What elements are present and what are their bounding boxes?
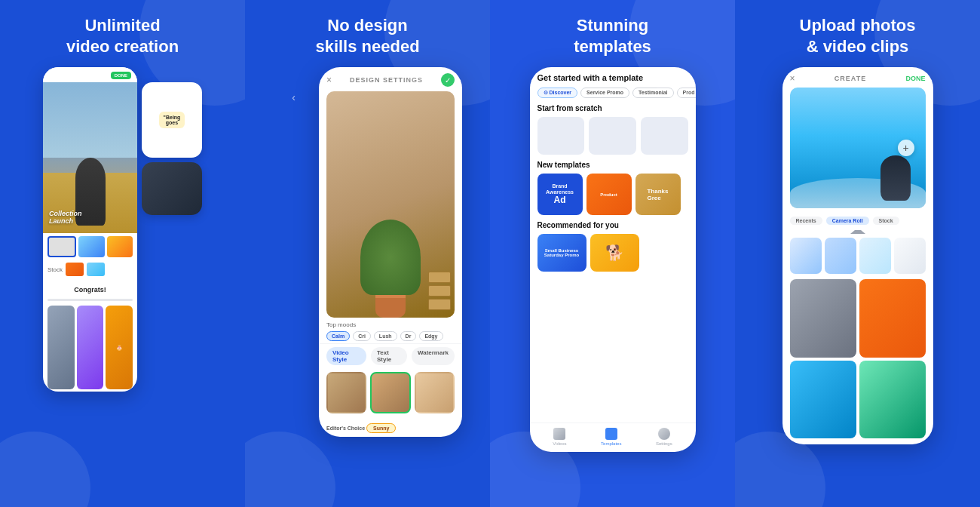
media-source-tabs: Recents Camera Roll Stock — [782, 213, 933, 229]
up-arrow-icon — [850, 230, 865, 234]
media-thumb-4[interactable] — [894, 238, 926, 274]
plant-pot — [375, 295, 406, 318]
done-badge: DONE — [111, 72, 131, 79]
bottom-image-2[interactable] — [77, 306, 104, 389]
grid-item-3[interactable] — [790, 361, 856, 439]
plant-thumb-1[interactable] — [326, 372, 366, 413]
rec-template-2[interactable]: 🐕 — [590, 234, 639, 272]
side-card-texture — [142, 162, 202, 215]
thumbnail-item[interactable] — [78, 236, 104, 257]
sunny-button[interactable]: Sunny — [366, 423, 396, 433]
left-arrow-icon[interactable]: ‹ — [273, 90, 314, 105]
mood-edgy[interactable]: Edgy — [419, 331, 443, 341]
stock-row: Stock — [43, 260, 137, 278]
grid-item-1[interactable] — [790, 279, 856, 358]
nav-settings[interactable]: Settings — [656, 428, 672, 446]
media-thumb-2[interactable] — [825, 238, 856, 274]
tab-watermark[interactable]: Watermark — [412, 347, 455, 365]
side-mini-col: ‹ — [273, 90, 314, 105]
nav-templates[interactable]: Templates — [601, 428, 621, 446]
nav-settings-label: Settings — [656, 441, 672, 446]
tab-text-style[interactable]: Text Style — [371, 347, 407, 365]
scratch-card-1[interactable] — [537, 117, 585, 155]
templates-main-title: Get started with a template — [537, 73, 644, 82]
rec-template-1[interactable]: Small BusinessSaturday Promo — [537, 234, 586, 272]
plant-thumb-2[interactable] — [370, 372, 410, 413]
nav-templates-label: Templates — [601, 441, 621, 446]
scroll-indicator — [782, 229, 933, 235]
bottom-images-row: 🎂 — [43, 303, 137, 392]
moods-section: Top moods Calm Cri Lush Dr Edgy — [319, 318, 462, 343]
thumbnail-item[interactable] — [107, 236, 133, 257]
panel-1-phones: DONE Collection Launch Stock Congrats! — [12, 67, 233, 495]
panel-design-skills: No design skills needed ‹ × DESIGN SETTI… — [245, 0, 490, 507]
hero-image: Collection Launch — [43, 82, 137, 233]
mood-crisp[interactable]: Cri — [353, 331, 371, 341]
panel-3-title: Stunning templates — [574, 15, 651, 57]
template-product[interactable]: Product — [586, 174, 632, 215]
bottom-image-1[interactable] — [47, 306, 75, 389]
scratch-card-2[interactable] — [589, 117, 636, 155]
surfer-silhouette — [880, 155, 911, 201]
create-title: CREATE — [835, 75, 866, 82]
sky-bg — [43, 82, 137, 158]
add-media-button[interactable]: + — [898, 140, 914, 156]
moods-label: Top moods — [326, 321, 455, 328]
close-button[interactable]: × — [790, 73, 795, 84]
mood-dr[interactable]: Dr — [400, 331, 417, 341]
panel-2-title: No design skills needed — [315, 15, 419, 57]
panel-unlimited-video: Unlimited video creation DONE Collection… — [0, 0, 245, 507]
phone-main: DONE Collection Launch Stock Congrats! — [43, 67, 137, 392]
phone-upload: × CREATE DONE + Recents Camera Roll Stoc… — [782, 67, 933, 444]
hero-text-overlay: Collection Launch — [49, 210, 82, 226]
scratch-section-label: Start from scratch — [530, 100, 696, 115]
grid-item-4[interactable] — [859, 361, 926, 439]
tag-service-promo[interactable]: Service Promo — [580, 88, 629, 98]
close-button[interactable]: × — [326, 75, 332, 85]
phone-topbar: DONE — [43, 67, 137, 82]
template-nav-icon — [605, 428, 617, 440]
plant-thumb-3[interactable] — [415, 372, 455, 413]
mood-calm[interactable]: Calm — [326, 331, 350, 341]
stock-thumbnail[interactable] — [66, 263, 84, 276]
thumbnail-item[interactable] — [47, 236, 76, 257]
panel-4-title: Upload photos & video clips — [800, 15, 916, 57]
new-templates-section-label: New templates — [530, 157, 696, 171]
grid-item-2[interactable] — [859, 279, 926, 358]
template-thanks[interactable]: ThanksGree — [635, 174, 681, 215]
plant-image-area — [326, 91, 455, 318]
panel-upload: Upload photos & video clips × CREATE DON… — [735, 0, 980, 507]
plant-leaves — [360, 220, 421, 295]
tab-recents[interactable]: Recents — [790, 217, 822, 225]
stock-thumbnail[interactable] — [87, 263, 105, 276]
media-thumbnails-row — [782, 235, 933, 276]
crates-bg — [428, 272, 451, 310]
progress-bar — [47, 299, 133, 301]
congrats-text: Congrats! — [74, 286, 106, 293]
congrats-section: Congrats! — [43, 278, 137, 297]
settings-nav-icon — [658, 428, 670, 440]
quote-box: "Being goes — [159, 112, 185, 128]
new-templates-row: BrandAwarenessAd Product ThanksGree — [530, 171, 696, 217]
surf-hero-image: + — [790, 88, 926, 208]
scratch-card-3[interactable] — [641, 117, 688, 155]
tag-discover[interactable]: ⊙Discover — [537, 88, 578, 98]
stock-label: Stock — [47, 266, 63, 273]
video-nav-icon — [553, 428, 565, 440]
scratch-cards-row — [530, 115, 696, 157]
media-thumb-1[interactable] — [790, 238, 822, 274]
editor-choice-section: Editor's Choice Sunny — [319, 419, 462, 437]
rec-section-label: Recommended for you — [530, 217, 696, 232]
media-thumb-3[interactable] — [859, 238, 891, 274]
panel-templates: Stunning templates Get started with a te… — [490, 0, 735, 507]
media-grid — [782, 276, 933, 444]
tab-video-style[interactable]: Video Style — [326, 347, 366, 365]
tab-stock[interactable]: Stock — [873, 217, 899, 225]
style-tabs: Video Style Text Style Watermark — [319, 343, 462, 368]
bottom-image-birthday[interactable]: 🎂 — [106, 306, 133, 389]
template-brand-awareness[interactable]: BrandAwarenessAd — [537, 174, 583, 215]
thumbnail-row — [43, 233, 137, 260]
panel-1-title: Unlimited video creation — [66, 15, 179, 57]
tab-camera-roll[interactable]: Camera Roll — [826, 217, 869, 225]
mood-lush[interactable]: Lush — [374, 331, 397, 341]
